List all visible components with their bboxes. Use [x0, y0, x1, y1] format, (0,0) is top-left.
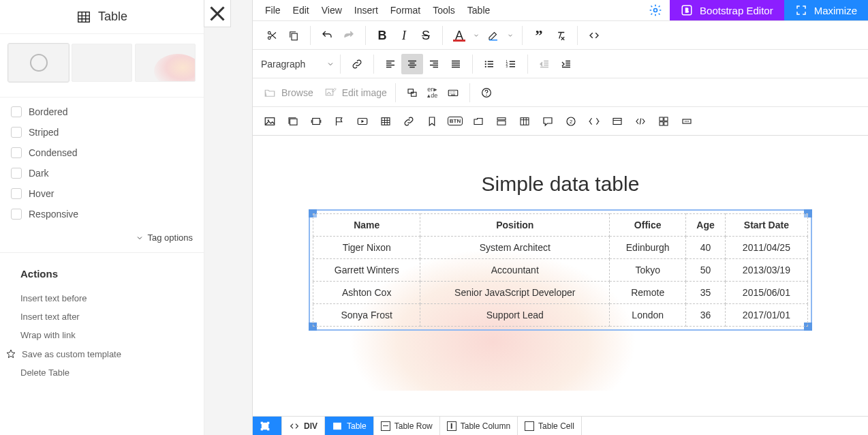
link-button[interactable]	[346, 54, 368, 74]
insert-columns-button[interactable]	[514, 111, 535, 132]
table-cell[interactable]: Tiger Nixon	[313, 237, 420, 259]
tag-options-toggle[interactable]: Tag options	[0, 231, 204, 252]
language-button[interactable]: en▸ ▴de	[423, 82, 442, 103]
highlight-dropdown[interactable]	[504, 32, 516, 39]
crumb-table-cell[interactable]: Table Cell	[518, 417, 582, 435]
insert-accordion-button[interactable]	[491, 111, 512, 132]
table-header[interactable]: Start Date	[725, 214, 807, 237]
table-header[interactable]: Office	[610, 214, 686, 237]
text-color-dropdown[interactable]	[470, 32, 482, 39]
keyboard-button[interactable]	[442, 82, 464, 103]
option-bordered[interactable]: Bordered	[11, 102, 193, 122]
insert-card-button[interactable]	[607, 111, 627, 132]
bootstrap-editor-button[interactable]: Bootstrap Editor	[670, 0, 784, 20]
action-wrap-with-link[interactable]: Wrap with link	[20, 326, 183, 344]
insert-comment-button[interactable]	[538, 111, 558, 132]
table-cell[interactable]: 2011/04/25	[725, 237, 807, 259]
insert-codeblock-button[interactable]	[584, 111, 604, 132]
clear-format-button[interactable]	[550, 25, 572, 46]
table-cell[interactable]: Ashton Cox	[313, 282, 420, 304]
editor-canvas[interactable]: Simple data table NamePositionOfficeAgeS…	[253, 136, 868, 416]
table-cell[interactable]: Sonya Frost	[313, 304, 420, 327]
undo-button[interactable]	[316, 25, 338, 46]
insert-link-button[interactable]	[399, 111, 419, 132]
crumb-table-column[interactable]: Table Column	[440, 417, 518, 435]
table-cell[interactable]: 35	[686, 282, 726, 304]
action-insert-text-before[interactable]: Insert text before	[20, 289, 183, 308]
outdent-button[interactable]	[533, 54, 555, 74]
insert-image-button[interactable]	[260, 111, 280, 132]
insert-html-button[interactable]	[630, 111, 651, 132]
table-cell[interactable]: 50	[686, 259, 726, 282]
table-cell[interactable]: 40	[686, 237, 726, 259]
redo-button[interactable]	[338, 25, 360, 46]
maximize-button[interactable]: Maximize	[784, 0, 868, 20]
insert-grid-button[interactable]	[653, 111, 674, 132]
table-row[interactable]: Tiger NixonSystem ArchitectEdinburgh4020…	[313, 237, 808, 259]
table-cell[interactable]: 2013/03/19	[725, 259, 807, 282]
action-delete-table[interactable]: Delete Table	[20, 363, 183, 382]
table-cell[interactable]: Garrett Winters	[313, 259, 420, 282]
insert-tabs-button[interactable]	[468, 111, 489, 132]
align-right-button[interactable]	[423, 54, 445, 74]
table-cell[interactable]: Remote	[610, 282, 686, 304]
insert-more-button[interactable]	[677, 111, 697, 132]
action-insert-text-after[interactable]: Insert text after	[20, 308, 183, 326]
insert-bookmark-button[interactable]	[422, 111, 442, 132]
source-code-button[interactable]	[583, 25, 605, 46]
style-thumb-1[interactable]	[8, 44, 69, 82]
edit-image-button[interactable]: Edit image	[322, 87, 390, 99]
table-cell[interactable]: 2017/01/01	[725, 304, 807, 327]
option-responsive[interactable]: Responsive	[11, 204, 193, 224]
option-dark[interactable]: Dark	[11, 163, 193, 183]
insert-slideshow-button[interactable]	[306, 111, 326, 132]
menu-tools[interactable]: Tools	[427, 2, 461, 18]
cut-button[interactable]	[261, 25, 283, 46]
crumb-table[interactable]: Table	[325, 417, 374, 435]
menu-insert[interactable]: Insert	[349, 2, 384, 18]
settings-button[interactable]	[641, 0, 670, 20]
table-row[interactable]: Ashton CoxSenior JavaScript DeveloperRem…	[313, 282, 808, 304]
table-row[interactable]: Garrett WintersAccountantTokyo502013/03/…	[313, 259, 808, 282]
align-justify-button[interactable]	[445, 54, 467, 74]
table-cell[interactable]: Edinburgh	[610, 237, 686, 259]
style-thumb-3[interactable]	[135, 44, 196, 82]
table-header[interactable]: Age	[686, 214, 726, 237]
table-cell[interactable]: Accountant	[420, 259, 610, 282]
table-cell[interactable]: London	[610, 304, 686, 327]
table-header[interactable]: Position	[420, 214, 610, 237]
align-center-button[interactable]	[401, 54, 423, 74]
close-sidebar-button[interactable]	[204, 0, 231, 27]
table-cell[interactable]: 2015/06/01	[725, 282, 807, 304]
crumb-div[interactable]: DIV	[282, 417, 325, 435]
selected-table[interactable]: NamePositionOfficeAgeStart DateTiger Nix…	[313, 213, 808, 327]
insert-flag-button[interactable]	[329, 111, 350, 132]
text-color-button[interactable]: A	[448, 25, 470, 46]
insert-gallery-button[interactable]	[283, 111, 303, 132]
indent-button[interactable]	[555, 54, 577, 74]
menu-table[interactable]: Table	[462, 2, 495, 18]
table-cell[interactable]: 36	[686, 304, 726, 327]
table-cell[interactable]: System Architect	[420, 237, 610, 259]
highlight-button[interactable]	[482, 25, 504, 46]
snippet-button[interactable]	[401, 82, 423, 103]
bulleted-list-button[interactable]	[478, 54, 500, 74]
menu-file[interactable]: File	[260, 2, 286, 18]
option-condensed[interactable]: Condensed	[11, 142, 193, 163]
insert-btn-button[interactable]: BTN	[445, 111, 465, 132]
table-cell[interactable]: Tokyo	[610, 259, 686, 282]
style-thumb-2[interactable]	[72, 44, 132, 82]
browse-button[interactable]: Browse	[261, 87, 316, 99]
option-hover[interactable]: Hover	[11, 183, 193, 204]
action-save-template[interactable]: Save as custom template	[5, 344, 183, 363]
align-left-button[interactable]	[379, 54, 401, 74]
crumb-table-row[interactable]: Table Row	[374, 417, 440, 435]
italic-button[interactable]: I	[393, 25, 415, 46]
page-title[interactable]: Simple data table	[287, 172, 834, 196]
menu-edit[interactable]: Edit	[288, 2, 315, 18]
table-header[interactable]: Name	[313, 214, 420, 237]
table-cell[interactable]: Support Lead	[420, 304, 610, 327]
blockquote-button[interactable]: ”	[528, 25, 550, 46]
table-cell[interactable]: Senior JavaScript Developer	[420, 282, 610, 304]
menu-view[interactable]: View	[316, 2, 347, 18]
